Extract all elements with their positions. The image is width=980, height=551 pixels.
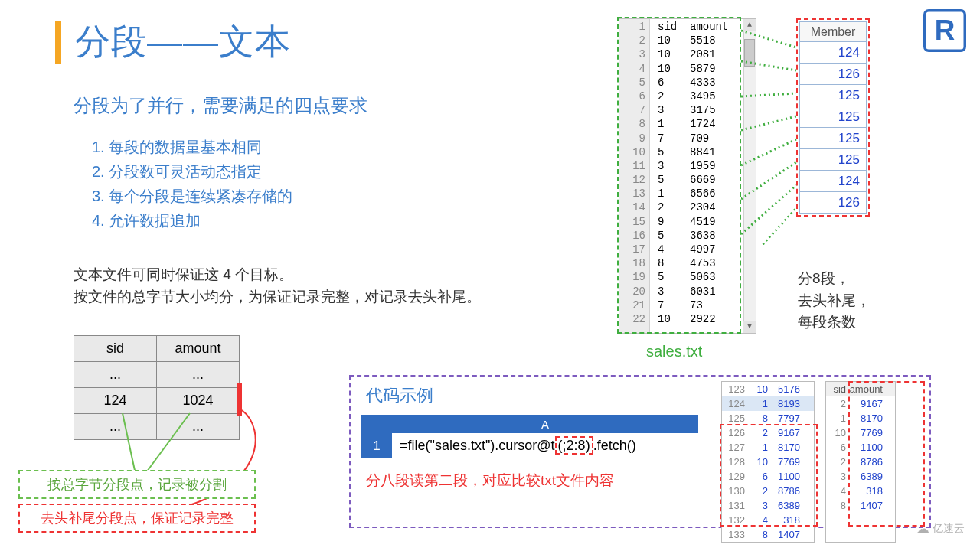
txt-line: 188 4753: [619, 257, 756, 271]
txt-line: 210 5518: [619, 34, 756, 48]
line-content: 3 3175: [650, 104, 716, 118]
line-number: 18: [619, 257, 650, 271]
code-highlight: (;2:8): [555, 436, 593, 455]
scrollbar[interactable]: ▲ ▼: [743, 19, 756, 333]
red-note: 去头补尾分段点，保证记录完整: [18, 504, 256, 533]
line-number: 6: [619, 90, 650, 104]
mini-row: 81407: [826, 498, 895, 513]
mini-row: 18170: [826, 411, 895, 425]
mini-row: 28786: [826, 455, 895, 469]
mini-row: 61100: [826, 440, 895, 455]
col-header: sid: [74, 336, 157, 362]
req-item: 4. 允许数据追加: [92, 208, 292, 233]
line-number: 7: [619, 104, 650, 118]
member-cell: 126: [800, 64, 867, 85]
line-content: 6 4333: [650, 77, 716, 90]
txt-line: 310 2081: [619, 48, 756, 62]
body-line: 文本文件可同时保证这 4 个目标。: [74, 263, 481, 285]
member-table-wrap: Member 124126125125125125124126: [796, 18, 870, 217]
txt-line: 410 5879: [619, 63, 756, 77]
txt-line: 97 709: [619, 132, 756, 146]
mini-row: 29167: [826, 396, 895, 411]
txt-line: 56 4333: [619, 77, 756, 90]
line-content: 7 709: [650, 132, 709, 146]
txt-line: 73 3175: [619, 104, 756, 118]
mini-row: 12629167: [722, 425, 814, 440]
red-marker: [237, 383, 242, 416]
caption-line: 分8段，: [798, 268, 871, 290]
txt-line: 142 2304: [619, 201, 756, 215]
body-text: 文本文件可同时保证这 4 个目标。 按文件的总字节大小均分，为保证记录完整，对记…: [74, 263, 481, 308]
mini-row: 123105176: [722, 382, 814, 396]
line-content: 2 3495: [650, 90, 716, 104]
scroll-thumb[interactable]: [744, 39, 755, 67]
member-cell: 126: [800, 192, 867, 214]
mini-row: 36389: [826, 469, 895, 484]
line-number: 11: [619, 160, 650, 174]
mini-row: 12718170: [722, 440, 814, 455]
line-content: 10 5879: [650, 63, 716, 77]
code-text: .fetch(): [593, 438, 636, 453]
line-content: 10 5518: [650, 34, 716, 48]
mini-row: 13381407: [722, 527, 814, 542]
scroll-up-icon[interactable]: ▲: [743, 19, 756, 31]
green-note: 按总字节分段点，记录被分割: [18, 470, 256, 499]
txt-line: 62 3495: [619, 90, 756, 104]
line-number: 3: [619, 48, 650, 62]
cell: ...: [74, 362, 157, 388]
line-number: 2: [619, 34, 650, 48]
code-cell: =file("sales.txt").cursor@t(;2:8).fetch(…: [392, 433, 698, 458]
line-number: 20: [619, 285, 650, 299]
txt-line: 195 5063: [619, 271, 756, 285]
cell: 124: [74, 388, 157, 414]
txt-line: 131 6566: [619, 187, 756, 201]
member-cell: 125: [800, 85, 867, 106]
txt-line: 81 1724: [619, 118, 756, 132]
line-number: 5: [619, 77, 650, 90]
req-item: 2. 分段数可灵活动态指定: [92, 159, 292, 184]
line-content: 2 2304: [650, 201, 716, 215]
line-content: 1 1724: [650, 118, 716, 132]
cell: ...: [157, 414, 240, 440]
txt-line: 1sid amount: [619, 21, 756, 34]
line-number: 21: [619, 299, 650, 313]
scroll-down-icon[interactable]: ▼: [743, 321, 756, 333]
code-text: =file("sales.txt").cursor@t: [400, 438, 555, 453]
slide-title: 分段——文本: [55, 18, 291, 66]
txt-line: 159 4519: [619, 216, 756, 230]
member-table: Member 124126125125125125124126: [799, 21, 867, 214]
line-content: 9 4519: [650, 216, 716, 230]
title-accent-bar: [55, 21, 61, 64]
cell: ...: [157, 362, 240, 388]
txt-line: 2210 2922: [619, 313, 756, 327]
line-number: 15: [619, 216, 650, 230]
line-number: 19: [619, 271, 650, 285]
line-content: 5 3638: [650, 230, 716, 243]
txt-line: 105 8841: [619, 146, 756, 160]
mini-row: 128107769: [722, 455, 814, 469]
row-header-blank: [361, 415, 392, 433]
req-item: 3. 每个分段是连续紧凑存储的: [92, 184, 292, 208]
txt-line: 113 1959: [619, 160, 756, 174]
member-header: Member: [800, 22, 867, 42]
member-cell: 125: [800, 128, 867, 149]
watermark-text: 亿速云: [933, 522, 965, 536]
mini-row: 12587797: [722, 411, 814, 425]
cell: 1024: [157, 388, 240, 414]
mini-tables: 1231051761241819312587797126291671271817…: [721, 381, 896, 543]
row-number: 1: [361, 433, 392, 458]
line-number: 12: [619, 174, 650, 187]
svg-text:R: R: [935, 15, 956, 46]
txt-line: 125 6669: [619, 174, 756, 187]
caption-line: 每段条数: [798, 311, 871, 334]
sales-txt-listing: 1sid amount210 5518310 2081410 587956 43…: [619, 18, 756, 334]
line-content: 7 73: [650, 299, 703, 313]
mini-row: 1324318: [722, 513, 814, 527]
mini-table-2: sidamount2916718170107769611002878636389…: [825, 381, 896, 543]
line-content: 3 1959: [650, 160, 716, 174]
member-caption: 分8段， 去头补尾， 每段条数: [798, 268, 871, 334]
line-number: 4: [619, 63, 650, 77]
line-number: 8: [619, 118, 650, 132]
body-line: 按文件的总字节大小均分，为保证记录完整，对记录去头补尾。: [74, 285, 481, 308]
line-number: 17: [619, 243, 650, 257]
